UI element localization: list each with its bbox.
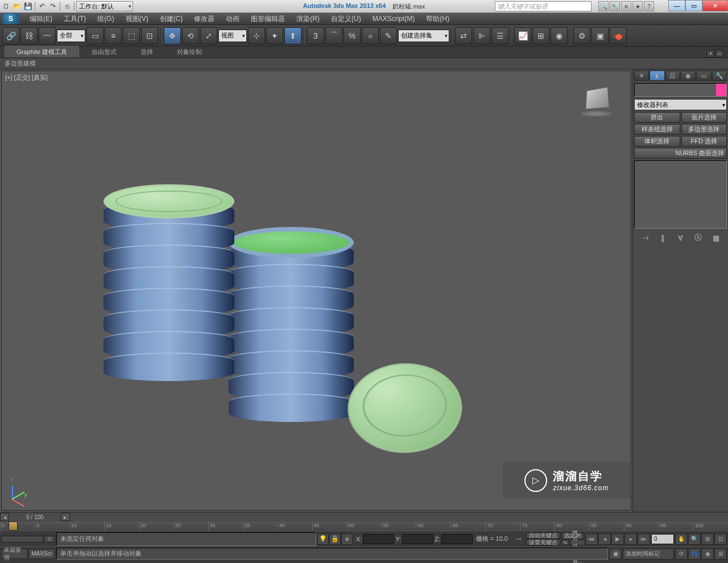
viewport-pan-icon[interactable]: ✋ xyxy=(675,533,688,545)
viewport-rotate-icon[interactable]: ◉ xyxy=(701,548,714,560)
named-selection-dropdown[interactable]: 创建选择集 xyxy=(398,30,449,42)
link-icon[interactable]: ⎋ xyxy=(62,1,72,11)
y-coordinate-input[interactable] xyxy=(402,534,433,544)
select-rect-icon[interactable]: ⬚ xyxy=(123,27,140,44)
align-icon[interactable]: ⊫ xyxy=(473,27,490,44)
z-coordinate-input[interactable] xyxy=(441,534,473,544)
window-crossing-icon[interactable]: ⊡ xyxy=(141,27,158,44)
timeline-prev-icon[interactable]: ◂ xyxy=(0,513,9,521)
cp-tab-modify-icon[interactable]: ◗ xyxy=(650,71,664,81)
manipulate-icon[interactable]: ✦ xyxy=(266,27,283,44)
mod-spline-select-button[interactable]: 样条线选择 xyxy=(634,124,680,135)
keyfilter-dd-icon[interactable]: ∿ xyxy=(561,540,569,545)
viewport-fov-icon[interactable]: ⊞ xyxy=(701,533,714,545)
keyboard-shortcut-icon[interactable]: ⬆ xyxy=(284,27,301,44)
selection-filter-dropdown[interactable]: 全部 xyxy=(57,30,85,42)
viewport-zoom-icon[interactable]: 🔍 xyxy=(688,533,701,545)
viewport-label[interactable]: [+] [正交] [真实] xyxy=(5,73,48,82)
x-coordinate-input[interactable] xyxy=(363,534,394,544)
window-close-button[interactable]: ✕ xyxy=(702,0,728,11)
timetag-icon[interactable]: ▣ xyxy=(609,548,622,560)
unique-icon[interactable]: ∀ xyxy=(675,232,686,243)
setkey-button[interactable]: 设置关键点 xyxy=(526,539,560,545)
app-logo-icon[interactable]: S xyxy=(2,13,19,24)
schematic-icon[interactable]: ⊞ xyxy=(532,27,549,44)
redo-icon[interactable]: ↷ xyxy=(48,1,58,11)
select-scale-icon[interactable]: ⤢ xyxy=(200,27,217,44)
mod-poly-select-button[interactable]: 多边形选择 xyxy=(681,124,727,135)
refcoord-dropdown[interactable]: 视图 xyxy=(218,30,247,42)
menu-graph[interactable]: 图形编辑器 xyxy=(245,13,291,25)
menu-maxscript[interactable]: MAXScript(M) xyxy=(367,14,421,24)
menu-animation[interactable]: 动画 xyxy=(220,13,245,25)
ribbon-tab-freeform[interactable]: 自由形式 xyxy=(80,47,128,57)
mod-vol-select-button[interactable]: 体积选择 xyxy=(634,136,680,147)
select-link-icon[interactable]: 🔗 xyxy=(2,27,19,44)
search-input[interactable]: 键入关键字或短语 xyxy=(495,1,592,11)
cp-tab-motion-icon[interactable]: ◉ xyxy=(681,71,696,81)
viewport-max-icon[interactable]: ⊞ xyxy=(714,548,727,560)
maxscript-label[interactable]: MAXScr xyxy=(28,549,55,559)
mod-ffd-select-button[interactable]: FFD 选择 xyxy=(681,136,727,147)
render-frame-icon[interactable]: ▣ xyxy=(592,27,609,44)
render-icon[interactable]: 🫖 xyxy=(610,27,627,44)
layers-icon[interactable]: ☰ xyxy=(491,27,508,44)
goto-end-icon[interactable]: ⏭ xyxy=(638,533,650,545)
modifier-list-dropdown[interactable]: 修改器列表 xyxy=(634,99,727,110)
exchange-icon[interactable]: ✕ xyxy=(621,1,631,11)
object-name-field[interactable] xyxy=(634,83,727,97)
workspace-dropdown[interactable]: 工作台: 默认 xyxy=(76,1,133,11)
material-editor-icon[interactable]: ◉ xyxy=(551,27,568,44)
menu-group[interactable]: 组(G) xyxy=(92,13,119,25)
object-color-swatch[interactable] xyxy=(716,84,726,96)
subscription-icon[interactable]: 🔧 xyxy=(610,1,620,11)
favorites-icon[interactable]: ★ xyxy=(632,1,643,11)
play-icon[interactable]: ▶ xyxy=(611,533,624,545)
mod-face-select-button[interactable]: 面片选择 xyxy=(681,112,727,123)
mini-listener-icon[interactable]: ⚙ xyxy=(44,536,55,543)
mod-extrude-button[interactable]: 挤出 xyxy=(634,112,680,123)
window-minimize-button[interactable]: — xyxy=(668,0,685,11)
cp-tab-create-icon[interactable]: ☀ xyxy=(634,71,649,81)
xform-type-icon[interactable]: ◈ xyxy=(341,533,353,545)
save-file-icon[interactable]: 💾 xyxy=(23,1,33,11)
menu-help[interactable]: 帮助(H) xyxy=(420,13,455,25)
menu-views[interactable]: 视图(V) xyxy=(120,13,154,25)
mini-listener-input[interactable] xyxy=(1,536,43,543)
current-frame-input[interactable]: 0 xyxy=(651,534,674,544)
percent-snap-icon[interactable]: % xyxy=(344,27,361,44)
menu-customize[interactable]: 自定义(U) xyxy=(325,13,367,25)
viewport-orbit-icon[interactable]: ⟳ xyxy=(675,548,688,560)
autokey-button[interactable]: 自动关键点 xyxy=(526,532,560,539)
menu-create[interactable]: 创建(C) xyxy=(154,13,189,25)
viewport-walk-icon[interactable]: 👣 xyxy=(688,548,701,560)
window-maximize-button[interactable]: ▭ xyxy=(685,0,702,11)
ribbon-tab-select[interactable]: 选择 xyxy=(129,47,164,57)
viewport[interactable]: [+] [正交] [真实] z y xyxy=(1,71,631,511)
angle-snap-icon[interactable]: ⌒ xyxy=(325,27,342,44)
viewport-zoomall-icon[interactable]: ⊡ xyxy=(714,533,727,545)
timeline-next-icon[interactable]: ▸ xyxy=(61,513,70,521)
cp-tab-hierarchy-icon[interactable]: 品 xyxy=(665,71,680,81)
pivot-icon[interactable]: ⊹ xyxy=(248,27,265,44)
modifier-stack[interactable] xyxy=(634,160,727,229)
open-file-icon[interactable]: 📂 xyxy=(12,1,22,11)
menu-edit[interactable]: 编辑(E) xyxy=(24,13,58,25)
pin-stack-icon[interactable]: ⊣ xyxy=(640,232,651,243)
curve-editor-icon[interactable]: 📈 xyxy=(514,27,531,44)
add-time-tag-button[interactable]: 添加时间标记 xyxy=(623,548,674,560)
goto-start-icon[interactable]: ⏮ xyxy=(585,533,598,545)
ribbon-menu-icon[interactable]: ▭ xyxy=(715,49,723,57)
help-icon[interactable]: ? xyxy=(644,1,654,11)
undo-icon[interactable]: ↶ xyxy=(37,1,47,11)
unlink-icon[interactable]: ⛓ xyxy=(20,27,38,44)
next-frame-icon[interactable]: ▸ xyxy=(624,533,637,545)
key-mode-icon[interactable]: ⊸ xyxy=(511,533,525,545)
timeline-ruler[interactable]: 0510152025303540455055606570758085909510… xyxy=(0,521,728,531)
mod-nurbs-button[interactable]: NURBS 曲面选择 xyxy=(634,148,727,159)
bind-space-icon[interactable]: 〰 xyxy=(39,27,56,44)
prev-frame-icon[interactable]: ◂ xyxy=(598,533,611,545)
select-object-icon[interactable]: ▭ xyxy=(86,27,104,44)
ribbon-tab-paint[interactable]: 对象绘制 xyxy=(166,47,213,57)
keyfilter-button[interactable]: 关键点过滤器... xyxy=(570,540,585,545)
